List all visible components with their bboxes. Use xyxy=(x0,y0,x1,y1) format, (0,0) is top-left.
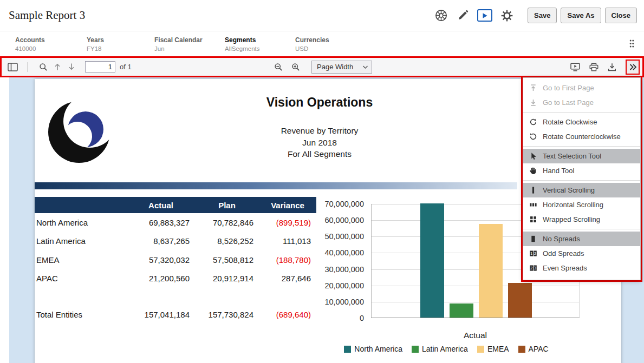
next-page-icon[interactable] xyxy=(64,60,79,74)
svg-text:3: 3 xyxy=(534,266,536,270)
hand-tool-icon xyxy=(529,166,538,175)
menu-item-no-spreads[interactable]: No Spreads xyxy=(523,232,640,246)
print-icon[interactable] xyxy=(587,60,601,74)
presentation-mode-icon[interactable] xyxy=(568,60,582,74)
variance-cell: (188,780) xyxy=(259,255,316,265)
pdf-toolbar: of 1 Page Width xyxy=(0,56,644,77)
chart-bar-apac xyxy=(508,283,532,318)
download-icon[interactable] xyxy=(605,60,619,74)
zoom-out-icon[interactable] xyxy=(271,60,285,74)
header-cell-variance: Variance xyxy=(259,201,316,210)
menu-item-label: Go to Last Page xyxy=(543,98,594,107)
edit-pencil-icon[interactable] xyxy=(456,8,470,23)
menu-item-horizontal-scrolling[interactable]: Horizontal Scrolling xyxy=(523,197,640,212)
y-tick-label: 0 xyxy=(316,314,364,322)
search-icon[interactable] xyxy=(36,60,50,74)
pov-item-accounts[interactable]: Accounts410000 xyxy=(15,36,87,52)
toolbar-left: of 1 xyxy=(2,60,132,74)
menu-item-label: No Spreads xyxy=(543,235,580,243)
menu-item-text-selection-tool[interactable]: Text Selection Tool xyxy=(523,149,640,163)
pov-item-years[interactable]: YearsFY18 xyxy=(87,36,154,52)
legend-label: EMEA xyxy=(487,345,509,353)
legend-item-north-america: North America xyxy=(344,345,402,353)
pov-value: USD xyxy=(295,45,404,52)
plan-cell: 8,526,252 xyxy=(195,236,259,246)
chart-bar-north-america xyxy=(420,203,444,318)
chart-bar-latin-america xyxy=(450,303,473,318)
svg-text:1: 1 xyxy=(530,251,532,256)
y-tick-label: 60,000,000 xyxy=(316,216,364,225)
chart-bar-emea xyxy=(479,224,503,318)
menu-item-go-to-first-page: Go to First Page xyxy=(523,81,640,95)
menu-item-label: Text Selection Tool xyxy=(543,152,601,160)
legend-label: APAC xyxy=(529,345,549,353)
menu-item-label: Vertical Scrolling xyxy=(543,186,595,194)
save-button[interactable]: Save xyxy=(528,8,557,23)
sidebar-rail xyxy=(0,77,9,363)
zoom-in-icon[interactable] xyxy=(289,60,303,74)
secondary-toolbar-annotation: Go to First PageGo to Last PageRotate Cl… xyxy=(521,76,642,282)
plan-cell: 157,730,824 xyxy=(195,310,259,319)
chart-x-label: Actual xyxy=(371,331,580,340)
menu-separator xyxy=(523,229,640,229)
pov-label: Segments xyxy=(225,36,295,44)
header-cell-plan: Plan xyxy=(195,201,259,210)
y-tick-label: 40,000,000 xyxy=(316,248,364,257)
menu-item-label: Go to First Page xyxy=(543,84,594,92)
menu-item-label: Wrapped Scrolling xyxy=(543,215,600,223)
legend-item-latin-america: Latin America xyxy=(412,345,468,353)
menu-separator xyxy=(523,112,640,113)
subtitle-line: Jun 2018 xyxy=(35,137,604,149)
variance-cell: (689,640) xyxy=(259,310,316,319)
actual-cell: 8,637,265 xyxy=(127,236,195,246)
legend-swatch xyxy=(477,346,484,353)
subtitle-line: Revenue by Territory xyxy=(35,125,604,137)
pov-item-currencies[interactable]: CurrenciesUSD xyxy=(295,36,404,52)
close-button[interactable]: Close xyxy=(605,8,637,23)
menu-item-even-spreads[interactable]: 23Even Spreads xyxy=(523,261,640,275)
legend-label: North America xyxy=(354,345,402,353)
revenue-table: ActualPlanVarianceNorth America69,883,32… xyxy=(35,197,316,324)
gear-icon[interactable] xyxy=(499,8,514,23)
menu-item-go-to-last-page: Go to Last Page xyxy=(523,95,640,110)
y-tick-label: 70,000,000 xyxy=(316,200,364,208)
variance-cell: 111,013 xyxy=(259,236,316,246)
table-row-emea: EMEA57,320,03257,508,812(188,780) xyxy=(35,250,316,269)
previous-page-icon[interactable] xyxy=(50,60,64,74)
save-as-button[interactable]: Save As xyxy=(561,8,601,23)
svg-text:2: 2 xyxy=(534,251,536,256)
menu-item-wrapped-scrolling[interactable]: Wrapped Scrolling xyxy=(523,212,640,227)
table-row-apac: APAC21,200,56020,912,914287,646 xyxy=(35,269,316,288)
page-number-input[interactable] xyxy=(85,61,115,72)
menu-item-rotate-counterclockwise[interactable]: Rotate Counterclockwise xyxy=(523,129,640,144)
menu-item-rotate-clockwise[interactable]: Rotate Clockwise xyxy=(523,115,640,129)
toolbar-separator xyxy=(27,62,28,72)
header-cell-actual: Actual xyxy=(127,201,195,210)
wheel-icon[interactable] xyxy=(434,8,448,23)
toggle-sidebar-icon[interactable] xyxy=(5,60,19,74)
legend-swatch xyxy=(344,346,351,353)
actual-cell: 57,320,032 xyxy=(127,255,195,265)
secondary-toolbar-menu: Go to First PageGo to Last PageRotate Cl… xyxy=(523,77,641,280)
report-subtitle: Revenue by Territory Jun 2018 For All Se… xyxy=(35,125,604,160)
legend-item-apac: APAC xyxy=(518,345,549,353)
actual-cell: 69,883,327 xyxy=(127,218,195,227)
page-title: Sample Report 3 xyxy=(9,9,85,22)
zoom-select[interactable]: Page Width xyxy=(311,61,372,74)
legend-label: Latin America xyxy=(422,345,468,353)
pov-more-icon[interactable] xyxy=(629,39,635,50)
pov-item-segments[interactable]: SegmentsAllSegments xyxy=(225,36,295,52)
play-button[interactable] xyxy=(477,9,492,22)
menu-item-hand-tool[interactable]: Hand Tool xyxy=(523,163,640,178)
divider-gradient-bar xyxy=(35,182,517,189)
menu-item-label: Rotate Clockwise xyxy=(543,118,597,126)
y-tick-label: 30,000,000 xyxy=(316,265,364,274)
entity-name-cell: North America xyxy=(35,218,127,227)
plan-cell: 57,508,812 xyxy=(195,255,259,265)
vertical-scrolling-icon xyxy=(529,186,538,195)
rotate-clockwise-icon xyxy=(529,117,538,127)
more-tools-button[interactable] xyxy=(626,60,640,75)
pov-item-fiscal-calendar[interactable]: Fiscal CalendarJun xyxy=(154,36,225,52)
menu-item-odd-spreads[interactable]: 12Odd Spreads xyxy=(523,246,640,261)
menu-item-vertical-scrolling[interactable]: Vertical Scrolling xyxy=(523,183,640,197)
